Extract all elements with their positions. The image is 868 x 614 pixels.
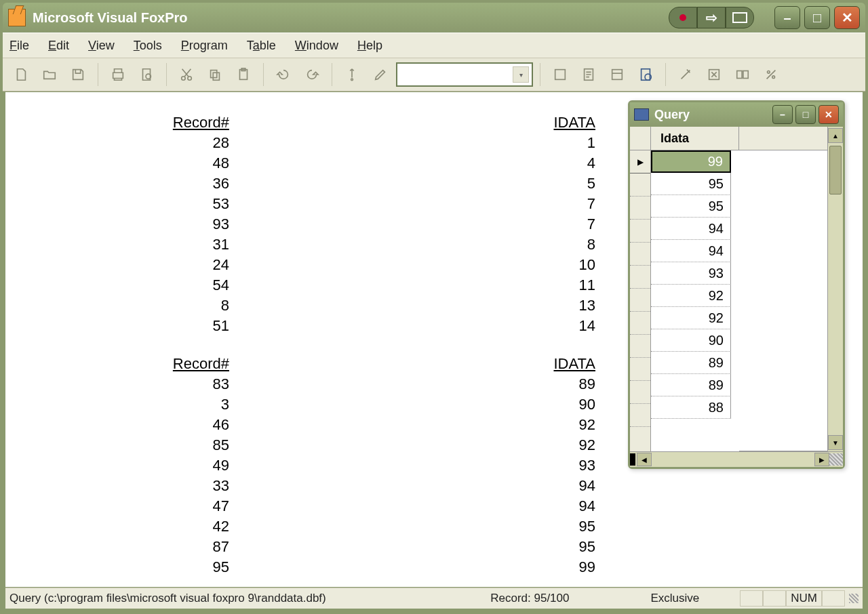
scroll-down-icon[interactable]: ▼ — [828, 435, 843, 450]
row-selector[interactable]: ▶ — [630, 150, 650, 173]
split-handle[interactable] — [630, 453, 635, 466]
scroll-left-icon[interactable]: ◀ — [637, 453, 652, 466]
grid-cell[interactable]: 89 — [651, 352, 731, 374]
scroll-up-icon[interactable]: ▲ — [828, 128, 843, 143]
grid-cell[interactable]: 90 — [651, 329, 731, 352]
modify-button[interactable] — [368, 62, 393, 87]
svg-point-2 — [188, 77, 192, 81]
print-preview-button[interactable] — [134, 62, 159, 87]
cut-button[interactable] — [174, 62, 199, 87]
grid-cell[interactable]: 94 — [651, 218, 731, 240]
wizard4-button[interactable] — [758, 62, 784, 87]
query-maximize-button[interactable]: □ — [795, 105, 816, 124]
console-header-idata: IDATA — [229, 354, 595, 374]
report-button[interactable] — [576, 62, 601, 87]
svg-point-16 — [768, 71, 770, 74]
maximize-button[interactable]: □ — [804, 6, 830, 29]
open-button[interactable] — [37, 62, 62, 87]
autoreport-button[interactable] — [633, 62, 658, 87]
console-row: 2410 — [19, 255, 616, 275]
redo-button[interactable] — [299, 62, 325, 87]
column-header-idata[interactable]: Idata — [651, 127, 739, 150]
status-cell-2 — [763, 590, 786, 607]
row-selector[interactable] — [630, 173, 650, 197]
main-window: Microsoft Visual FoxPro ⇨ – □ ✕ File Edi… — [0, 0, 868, 614]
idata-column: Idata 999595949493929290898988 — [651, 127, 739, 451]
query-grid[interactable]: ▶ Idata 999595949493929290898988 ▲ ▼ — [630, 127, 843, 451]
wizard2-button[interactable] — [701, 62, 727, 87]
console-row: 318 — [19, 234, 616, 255]
row-selector[interactable] — [630, 358, 650, 381]
close-button[interactable]: ✕ — [834, 6, 860, 29]
menu-tools[interactable]: Tools — [134, 39, 162, 53]
wizard3-button[interactable] — [730, 62, 755, 87]
title-decoration: ⇨ — [669, 7, 754, 28]
titlebar[interactable]: Microsoft Visual FoxPro ⇨ – □ ✕ — [3, 3, 865, 33]
scroll-right-icon[interactable]: ▶ — [814, 453, 829, 466]
status-num: NUM — [786, 590, 822, 607]
menu-view[interactable]: View — [88, 39, 115, 53]
svg-point-7 — [351, 79, 353, 81]
query-titlebar[interactable]: Query – □ ✕ — [630, 102, 843, 127]
row-selector[interactable] — [630, 243, 650, 266]
grid-cell[interactable]: 92 — [651, 307, 731, 329]
resize-grip-icon[interactable] — [829, 453, 843, 466]
row-selector[interactable] — [630, 335, 650, 358]
menu-program[interactable]: Program — [181, 39, 228, 53]
query-window[interactable]: Query – □ ✕ ▶ Idata 99959594949392929089… — [628, 100, 845, 469]
status-mode: Exclusive — [650, 592, 699, 605]
window-step-icon: ⇨ — [706, 9, 717, 26]
console-header-record: Record# — [19, 112, 229, 133]
paste-button[interactable] — [231, 62, 256, 87]
autoform-button[interactable] — [604, 62, 630, 87]
row-selector-column: ▶ — [630, 127, 651, 451]
print-button[interactable] — [105, 62, 131, 87]
query-minimize-button[interactable]: – — [772, 105, 793, 124]
row-selector[interactable] — [630, 266, 650, 289]
menu-edit[interactable]: Edit — [48, 39, 69, 53]
console-row: 8592 — [19, 435, 616, 455]
row-selector[interactable] — [630, 404, 650, 427]
new-button[interactable] — [8, 62, 34, 87]
console-row: 4692 — [19, 415, 616, 435]
row-selector[interactable] — [630, 220, 650, 243]
query-close-button[interactable]: ✕ — [818, 105, 839, 124]
menu-help[interactable]: Help — [357, 39, 382, 53]
query-title: Query — [654, 108, 690, 122]
scroll-thumb[interactable] — [829, 146, 842, 195]
grid-cell[interactable]: 94 — [651, 240, 731, 262]
grid-cell[interactable]: 93 — [651, 262, 731, 285]
save-button[interactable] — [65, 62, 91, 87]
record-dot-icon — [679, 14, 686, 21]
console-row: 365 — [19, 173, 616, 194]
database-combo[interactable]: ▾ — [396, 62, 533, 87]
grid-cell[interactable]: 89 — [651, 374, 731, 396]
row-selector[interactable] — [630, 312, 650, 335]
menu-table[interactable]: Table — [247, 39, 276, 53]
minimize-button[interactable]: – — [774, 6, 800, 29]
grid-vscrollbar[interactable]: ▲ ▼ — [827, 127, 843, 451]
row-selector[interactable] — [630, 197, 650, 220]
row-selector[interactable] — [630, 381, 650, 404]
grid-cell[interactable]: 99 — [651, 150, 731, 173]
menu-file[interactable]: File — [9, 39, 29, 53]
menu-window[interactable]: Window — [295, 39, 338, 53]
grid-empty-area — [739, 127, 827, 451]
statusbar-grip-icon[interactable] — [849, 594, 859, 603]
copy-button[interactable] — [202, 62, 228, 87]
status-cell-1 — [740, 590, 763, 607]
grid-cell[interactable]: 95 — [651, 195, 731, 218]
run-button[interactable] — [339, 62, 365, 87]
grid-cell[interactable]: 92 — [651, 285, 731, 307]
undo-button[interactable] — [271, 62, 296, 87]
grid-hscrollbar[interactable]: ◀ ▶ — [630, 451, 843, 467]
wizard1-button[interactable] — [673, 62, 698, 87]
svg-rect-14 — [737, 71, 742, 79]
form-button[interactable] — [547, 62, 573, 87]
row-selector[interactable] — [630, 289, 650, 312]
console-row: 4993 — [19, 455, 616, 476]
console-row: 8795 — [19, 537, 616, 557]
grid-cell[interactable]: 95 — [651, 173, 731, 195]
console-row: 5411 — [19, 275, 616, 295]
grid-cell[interactable]: 88 — [651, 396, 731, 419]
